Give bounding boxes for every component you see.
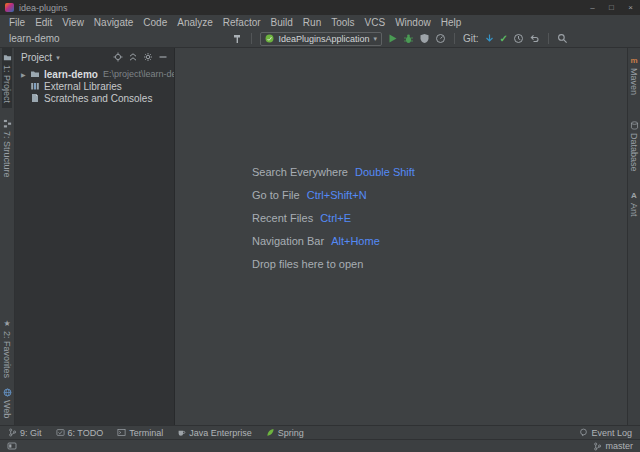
build-hammer-icon[interactable]: [232, 33, 243, 44]
window-controls: – □ ×: [583, 0, 640, 15]
stripe-structure-button[interactable]: 7: Structure: [2, 114, 12, 183]
project-panel-header: Project ▾: [15, 48, 174, 66]
project-folder-icon: [3, 53, 12, 62]
breadcrumb[interactable]: learn-demo: [9, 33, 60, 44]
toolwindow-git-label: 9: Git: [20, 428, 42, 438]
git-branch-widget[interactable]: master: [593, 441, 633, 451]
titlebar: idea-plugins – □ ×: [0, 0, 640, 15]
hint-drop-files: Drop files here to open: [252, 258, 415, 281]
project-panel-title[interactable]: Project: [21, 52, 52, 63]
locate-target-icon[interactable]: [113, 52, 123, 62]
toolwindow-javaee-button[interactable]: Java Enterprise: [177, 428, 252, 438]
stripe-favorites-button[interactable]: ★ 2: Favorites: [2, 315, 12, 383]
stripe-project-label: 1: Project: [2, 65, 12, 103]
toolbar-separator: [454, 33, 455, 44]
menu-code[interactable]: Code: [138, 17, 172, 28]
project-tree: ▶ learn-demo E:\project\learn-demo Exter…: [15, 66, 174, 104]
event-log-label: Event Log: [591, 428, 632, 438]
hint-go-to-file: Go to FileCtrl+Shift+N: [252, 189, 415, 212]
chevron-right-icon[interactable]: ▶: [21, 71, 30, 78]
menu-file[interactable]: File: [4, 17, 30, 28]
idea-logo-icon: [5, 3, 14, 12]
bottom-toolwindow-bar: 9: Git 6: TODO Terminal Java Enterprise …: [0, 425, 640, 439]
stripe-database-label: Database: [629, 133, 639, 172]
toolwindow-todo-button[interactable]: 6: TODO: [56, 428, 104, 438]
menu-view[interactable]: View: [57, 17, 89, 28]
menu-analyze[interactable]: Analyze: [172, 17, 218, 28]
profiler-button[interactable]: [435, 33, 446, 44]
folder-icon: [30, 69, 40, 79]
stripe-structure-label: 7: Structure: [2, 131, 12, 178]
database-icon: [630, 121, 639, 130]
maximize-button[interactable]: □: [602, 0, 621, 15]
terminal-icon: [117, 428, 126, 437]
collapse-all-icon[interactable]: [128, 52, 138, 62]
git-actions-label: Git:: [463, 33, 479, 44]
menu-vcs[interactable]: VCS: [360, 17, 391, 28]
hide-panel-icon[interactable]: [158, 52, 168, 62]
git-branch-name: master: [605, 441, 633, 451]
toolwindow-terminal-label: Terminal: [129, 428, 163, 438]
chevron-down-icon: ▾: [374, 35, 378, 42]
favorites-star-icon: ★: [3, 320, 10, 328]
menubar: File Edit View Navigate Code Analyze Ref…: [0, 15, 640, 30]
ant-icon: A: [631, 192, 637, 200]
stripe-maven-button[interactable]: m Maven: [629, 52, 639, 100]
git-branch-icon: [593, 442, 602, 451]
chevron-down-icon[interactable]: ▾: [56, 54, 60, 61]
run-button[interactable]: [387, 33, 398, 44]
hint-recent-files: Recent FilesCtrl+E: [252, 212, 415, 235]
coverage-button[interactable]: [419, 33, 430, 44]
stripe-project-button[interactable]: 1: Project: [2, 48, 12, 108]
menu-window[interactable]: Window: [390, 17, 436, 28]
rollback-button[interactable]: [529, 33, 540, 44]
hint-navigation-bar: Navigation BarAlt+Home: [252, 235, 415, 258]
toolwindow-spring-label: Spring: [278, 428, 304, 438]
main-region: 1: Project 7: Structure ★ 2: Favorites W…: [0, 48, 640, 425]
todo-icon: [56, 428, 65, 437]
stripe-web-button[interactable]: Web: [2, 383, 12, 423]
git-commit-button[interactable]: ✓: [500, 34, 508, 44]
menu-help[interactable]: Help: [436, 17, 467, 28]
tree-item-scratches[interactable]: Scratches and Consoles: [15, 92, 174, 104]
maven-icon: m: [630, 57, 637, 65]
project-panel-toolbar: [113, 52, 168, 62]
tree-item-name: Scratches and Consoles: [44, 93, 152, 104]
ide-window: idea-plugins – □ × File Edit View Naviga…: [0, 0, 640, 452]
project-tool-window: Project ▾: [15, 48, 175, 425]
stripe-database-button[interactable]: Database: [629, 116, 639, 177]
stripe-ant-label: Ant: [629, 203, 639, 217]
menu-refactor[interactable]: Refactor: [218, 17, 266, 28]
minimize-button[interactable]: –: [583, 0, 602, 15]
toolwindow-spring-button[interactable]: Spring: [266, 428, 304, 438]
menu-run[interactable]: Run: [298, 17, 326, 28]
git-branch-icon: [8, 428, 17, 437]
event-log-button[interactable]: Event Log: [579, 428, 632, 438]
right-tool-stripe: m Maven Database A Ant: [627, 48, 640, 425]
search-everywhere-icon[interactable]: [557, 33, 568, 44]
menu-build[interactable]: Build: [266, 17, 298, 28]
toolwindow-javaee-label: Java Enterprise: [189, 428, 252, 438]
spring-boot-icon: [265, 34, 274, 43]
tree-item-name: External Libraries: [44, 81, 122, 92]
git-update-button[interactable]: [484, 33, 495, 44]
tree-item-external-libraries[interactable]: External Libraries: [15, 80, 174, 92]
shortcut-hints: Search EverywhereDouble Shift Go to File…: [252, 166, 415, 281]
toolbar-right-group: IdeaPluginsApplication ▾ Git: ✓: [232, 32, 568, 46]
stripe-ant-button[interactable]: A Ant: [629, 187, 639, 222]
settings-gear-icon[interactable]: [143, 52, 153, 62]
menu-navigate[interactable]: Navigate: [89, 17, 138, 28]
close-button[interactable]: ×: [621, 0, 640, 15]
toolwindow-switcher-icon[interactable]: [7, 441, 17, 451]
web-globe-icon: [3, 388, 12, 397]
toolwindow-git-button[interactable]: 9: Git: [8, 428, 42, 438]
toolwindow-terminal-button[interactable]: Terminal: [117, 428, 163, 438]
tree-item-learn-demo[interactable]: ▶ learn-demo E:\project\learn-demo: [15, 68, 174, 80]
history-button[interactable]: [513, 33, 524, 44]
menu-edit[interactable]: Edit: [30, 17, 57, 28]
debug-button[interactable]: [403, 33, 414, 44]
editor-drop-area[interactable]: Search EverywhereDouble Shift Go to File…: [175, 48, 627, 425]
menu-tools[interactable]: Tools: [326, 17, 359, 28]
libraries-icon: [30, 81, 40, 91]
run-configuration-select[interactable]: IdeaPluginsApplication ▾: [260, 32, 382, 46]
